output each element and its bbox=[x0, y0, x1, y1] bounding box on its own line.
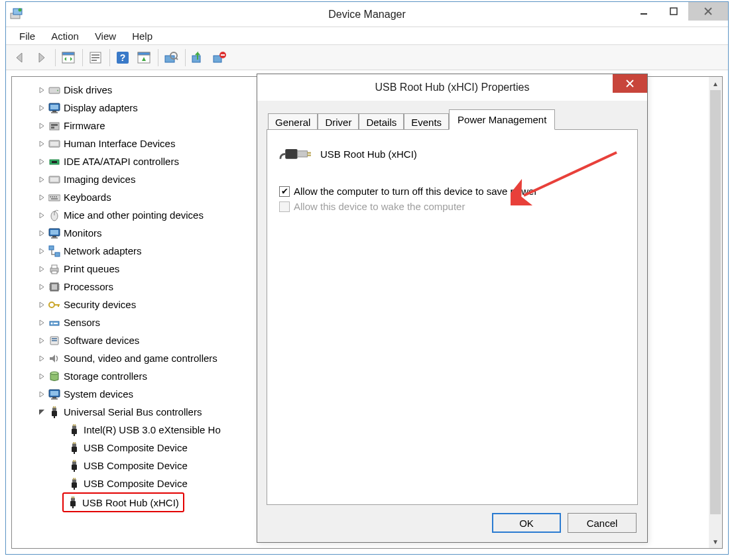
app-icon bbox=[10, 8, 23, 21]
checkbox-icon: ✔ bbox=[279, 186, 290, 197]
svg-line-72 bbox=[176, 58, 178, 60]
dialog-titlebar[interactable]: USB Root Hub (xHCI) Properties bbox=[257, 74, 647, 101]
titlebar[interactable]: Device Manager bbox=[6, 2, 728, 27]
expand-icon[interactable] bbox=[37, 103, 46, 113]
menu-action[interactable]: Action bbox=[43, 28, 87, 44]
svg-text:?: ? bbox=[120, 52, 126, 63]
svg-rect-57 bbox=[670, 8, 677, 15]
svg-rect-63 bbox=[92, 54, 99, 56]
expand-icon[interactable] bbox=[37, 193, 46, 202]
close-button[interactable] bbox=[688, 2, 728, 21]
system-icon bbox=[48, 388, 61, 401]
network-icon bbox=[48, 245, 61, 258]
window-buttons bbox=[629, 2, 728, 22]
toolbar-scan-button[interactable] bbox=[161, 48, 181, 68]
hid-icon bbox=[48, 137, 61, 150]
display-icon bbox=[48, 101, 61, 115]
expand-icon[interactable] bbox=[37, 300, 46, 309]
expand-icon[interactable] bbox=[37, 121, 46, 131]
ok-button[interactable]: OK bbox=[492, 513, 561, 533]
checkbox-allow-power-off[interactable]: ✔ Allow the computer to turn off this de… bbox=[279, 186, 625, 197]
expand-icon[interactable] bbox=[37, 336, 46, 345]
expand-icon[interactable] bbox=[37, 264, 46, 274]
menu-view[interactable]: View bbox=[87, 28, 124, 44]
expand-icon[interactable] bbox=[37, 175, 46, 184]
printer-icon bbox=[48, 262, 61, 276]
toolbar-disable-button[interactable] bbox=[210, 48, 229, 68]
menu-file[interactable]: File bbox=[11, 28, 43, 44]
tree-item-label: Software devices bbox=[64, 331, 139, 349]
svg-rect-73 bbox=[192, 56, 200, 62]
device-icon bbox=[279, 140, 311, 167]
toolbar-show-hide-button[interactable] bbox=[58, 48, 78, 68]
expand-icon[interactable] bbox=[37, 229, 46, 238]
tree-item-label: Mice and other pointing devices bbox=[64, 206, 204, 224]
expand-icon[interactable] bbox=[37, 372, 46, 381]
expand-icon[interactable] bbox=[37, 157, 46, 166]
toolbar-uninstall-button[interactable] bbox=[188, 48, 208, 68]
svg-rect-61 bbox=[62, 52, 74, 55]
usb-plug-icon bbox=[66, 496, 80, 509]
tree-item-label: Universal Serial Bus controllers bbox=[64, 403, 202, 421]
tree-item-label: Storage controllers bbox=[64, 367, 147, 385]
tree-item-label: Print queues bbox=[64, 260, 119, 278]
tree-item-label: USB Composite Device bbox=[84, 475, 188, 492]
tree-item-label: Firmware bbox=[64, 117, 105, 135]
menubar: File Action View Help bbox=[6, 27, 728, 45]
usb-plug-icon bbox=[68, 441, 81, 455]
window-title: Device Manager bbox=[328, 9, 406, 21]
usb-plug-icon bbox=[68, 459, 81, 473]
tree-item-label: Sensors bbox=[64, 313, 100, 331]
tab-panel: USB Root Hub (xHCI) ✔ Allow the computer… bbox=[267, 129, 638, 505]
tree-item-label: USB Composite Device bbox=[84, 439, 188, 457]
sound-icon bbox=[48, 352, 61, 365]
toolbar-properties-button[interactable] bbox=[86, 48, 105, 68]
expand-icon[interactable] bbox=[37, 211, 46, 220]
toolbar-help-button[interactable]: ? bbox=[113, 48, 133, 68]
expand-icon[interactable] bbox=[37, 85, 46, 95]
sensor-icon bbox=[48, 316, 61, 329]
vertical-scrollbar[interactable]: ▲ ▼ bbox=[709, 77, 722, 548]
toolbar-separator bbox=[55, 49, 56, 66]
tab-power-management[interactable]: Power Management bbox=[449, 109, 555, 130]
expand-icon[interactable] bbox=[37, 282, 46, 292]
tree-item-label: Security devices bbox=[64, 296, 136, 313]
keyboard-icon bbox=[48, 191, 61, 204]
toolbar-update-button[interactable] bbox=[134, 48, 154, 68]
tabstrip: General Driver Details Events Power Mana… bbox=[267, 110, 638, 130]
menu-help[interactable]: Help bbox=[124, 28, 160, 44]
expand-icon[interactable] bbox=[37, 247, 46, 256]
firmware-icon bbox=[48, 119, 61, 133]
dialog-close-button[interactable] bbox=[613, 74, 647, 93]
expand-icon[interactable] bbox=[37, 354, 46, 363]
expand-icon[interactable] bbox=[37, 390, 46, 399]
tab-details[interactable]: Details bbox=[359, 113, 404, 131]
imaging-icon bbox=[48, 173, 61, 186]
toolbar-separator bbox=[109, 49, 110, 66]
tree-item-highlighted[interactable]: USB Root Hub (xHCI) bbox=[62, 492, 184, 512]
mouse-icon bbox=[48, 209, 61, 222]
minimize-button[interactable] bbox=[629, 2, 658, 21]
tree-item-label: System devices bbox=[64, 385, 133, 403]
collapse-icon[interactable] bbox=[37, 408, 46, 417]
tab-events[interactable]: Events bbox=[404, 113, 449, 131]
expand-icon[interactable] bbox=[37, 139, 46, 148]
toolbar-forward-button[interactable] bbox=[31, 48, 51, 68]
tree-item-label: USB Root Hub (xHCI) bbox=[82, 494, 179, 512]
checkbox-icon bbox=[279, 201, 290, 212]
expand-icon[interactable] bbox=[37, 318, 46, 327]
tab-driver[interactable]: Driver bbox=[318, 113, 359, 131]
toolbar-back-button[interactable] bbox=[10, 48, 30, 68]
toolbar-separator bbox=[158, 49, 158, 66]
toolbar-separator bbox=[82, 49, 83, 66]
maximize-button[interactable] bbox=[658, 2, 688, 21]
tree-item-label: Keyboards bbox=[64, 188, 111, 206]
monitor-icon bbox=[48, 227, 61, 240]
usb-icon bbox=[48, 406, 61, 419]
tab-general[interactable]: General bbox=[268, 113, 318, 131]
properties-dialog: USB Root Hub (xHCI) Properties General D… bbox=[257, 74, 648, 543]
tree-item-label: USB Composite Device bbox=[84, 457, 188, 475]
cancel-button[interactable]: Cancel bbox=[568, 513, 637, 533]
svg-rect-65 bbox=[92, 60, 97, 61]
tree-item-label: Intel(R) USB 3.0 eXtensible Ho bbox=[84, 421, 221, 439]
